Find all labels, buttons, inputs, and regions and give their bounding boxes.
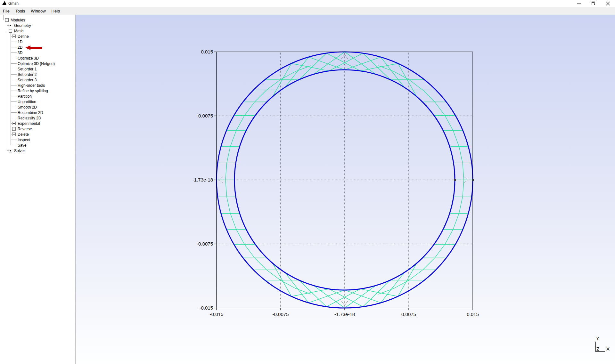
- tree-item-unpartition[interactable]: Unpartition: [0, 99, 75, 104]
- tree-item-label: Reclassify 2D: [18, 116, 41, 120]
- tree-item-reverse[interactable]: Reverse: [0, 126, 75, 132]
- tree-item-label: 1D: [18, 40, 22, 44]
- menu-file[interactable]: File: [0, 9, 12, 13]
- menu-tools[interactable]: Tools: [12, 9, 28, 13]
- tree-connector: [11, 63, 17, 64]
- tree-item-label: Solver: [14, 149, 25, 153]
- tree-item-label: Modules: [11, 18, 25, 22]
- expand-icon[interactable]: [12, 122, 16, 125]
- mesh-edge: [394, 280, 409, 288]
- mesh-edge: [378, 66, 394, 72]
- tree-item-3d[interactable]: 3D: [0, 50, 75, 55]
- tree-item-define[interactable]: Define: [0, 34, 75, 39]
- mesh-edge: [445, 230, 453, 245]
- y-tick-label: 0.0075: [198, 113, 213, 118]
- expand-icon[interactable]: [12, 35, 16, 38]
- tree-item-set-order-2[interactable]: Set order 2: [0, 72, 75, 77]
- mesh-edge: [299, 53, 326, 80]
- expand-icon[interactable]: [9, 149, 12, 152]
- tree-item-high-order-tools[interactable]: High-order tools: [0, 83, 75, 88]
- mesh-edge: [445, 116, 453, 131]
- x-tick-label: -1.73e-18: [334, 311, 355, 317]
- tree-item-label: Recombine 2D: [18, 110, 43, 115]
- y-tick-label: 0.015: [201, 49, 213, 54]
- tree-item-label: Partition: [18, 94, 32, 99]
- tree-connector: [11, 101, 17, 102]
- tree-item-label: 2D: [18, 45, 22, 50]
- mesh-edge: [463, 180, 464, 197]
- tree-item-refine-by-splitting[interactable]: Refine by splitting: [0, 88, 75, 93]
- tree-item-2d[interactable]: 2D: [0, 44, 75, 50]
- restore-icon: [591, 1, 596, 6]
- x-tick-label: -0.015: [210, 311, 224, 317]
- tree-connector: [11, 58, 17, 58]
- tree-item-reclassify-2d[interactable]: Reclassify 2D: [0, 115, 75, 121]
- tree-item-label: Experimental: [18, 121, 40, 126]
- minimize-button[interactable]: [572, 0, 586, 7]
- tree-connector: [11, 140, 17, 140]
- tree-item-solver[interactable]: Solver: [0, 148, 75, 153]
- tree-connector: [11, 42, 17, 42]
- collapse-icon[interactable]: [9, 29, 12, 33]
- collapse-icon[interactable]: [5, 18, 9, 22]
- tree-item-label: Mesh: [14, 29, 23, 33]
- tree-connector: [11, 91, 17, 91]
- tree-connector: [11, 85, 17, 85]
- red-pointer-arrow-icon: [25, 45, 43, 50]
- mesh-plot: 0.0150.0075-1.73e-18-0.0075-0.015-0.015-…: [76, 15, 615, 364]
- expand-icon[interactable]: [9, 24, 12, 27]
- tree-connector: [11, 112, 17, 113]
- tree-item-set-order-1[interactable]: Set order 1: [0, 66, 75, 72]
- tree-item-optimize-3d-netgen[interactable]: Optimize 3D (Netgen): [0, 61, 75, 66]
- sidebar: ModulesGeometryMeshDefine1D2D3DOptimize …: [0, 15, 75, 364]
- mesh-edge: [244, 102, 255, 115]
- restore-button[interactable]: [586, 0, 601, 7]
- tree-item-label: Unpartition: [18, 100, 36, 104]
- x-tick-label: 0.0075: [401, 311, 416, 317]
- tree-item-modules[interactable]: Modules: [0, 17, 75, 23]
- gmsh-logo-icon: [2, 1, 6, 5]
- tree-item-save[interactable]: Save: [0, 142, 75, 148]
- tree-item-label: Inspect: [18, 138, 30, 142]
- titlebar: Gmsh: [0, 0, 615, 7]
- tree-item-optimize-3d[interactable]: Optimize 3D: [0, 55, 75, 61]
- expand-icon[interactable]: [12, 133, 16, 136]
- tree-item-delete[interactable]: Delete: [0, 132, 75, 137]
- tree-item-1d[interactable]: 1D: [0, 39, 75, 44]
- geometry-point-marker: [454, 179, 456, 181]
- tree-item-label: Save: [18, 143, 26, 148]
- expand-icon[interactable]: [12, 127, 16, 131]
- close-button[interactable]: [601, 0, 615, 7]
- mesh-edge: [255, 90, 267, 102]
- tree-item-mesh[interactable]: Mesh: [0, 28, 75, 34]
- mesh-edge: [227, 197, 230, 214]
- y-tick-label: -0.015: [199, 305, 213, 311]
- tree-item-label: Set order 3: [18, 78, 37, 82]
- mesh-edge: [226, 163, 227, 180]
- mesh-edge: [409, 80, 422, 90]
- mesh-edge: [423, 258, 435, 270]
- orientation-arrow-down-icon: [341, 301, 348, 305]
- mesh-edge: [453, 214, 459, 230]
- window-controls: [572, 0, 615, 7]
- tree-item-label: Set order 2: [18, 72, 37, 77]
- mesh-edge: [236, 230, 244, 245]
- graphics-canvas[interactable]: 0.0150.0075-1.73e-18-0.0075-0.015-0.015-…: [76, 15, 615, 364]
- menubar: FileToolsWindowHelp: [0, 7, 615, 15]
- menu-window[interactable]: Window: [28, 9, 48, 13]
- tree-item-experimental[interactable]: Experimental: [0, 121, 75, 126]
- tree-item-smooth-2d[interactable]: Smooth 2D: [0, 104, 75, 110]
- menu-help[interactable]: Help: [49, 9, 63, 13]
- tree-item-partition[interactable]: Partition: [0, 93, 75, 99]
- tree-item-label: Smooth 2D: [18, 105, 37, 109]
- tree-item-inspect[interactable]: Inspect: [0, 137, 75, 142]
- tree-item-recombine-2d[interactable]: Recombine 2D: [0, 110, 75, 115]
- tree-connector: [11, 80, 17, 80]
- tree-item-geometry[interactable]: Geometry: [0, 23, 75, 28]
- mesh-edge: [463, 163, 464, 180]
- close-icon: [606, 1, 610, 6]
- mesh-edge: [299, 280, 326, 307]
- tree-connector: [11, 69, 17, 69]
- tree-item-set-order-3[interactable]: Set order 3: [0, 77, 75, 83]
- x-tick-label: 0.015: [467, 311, 479, 317]
